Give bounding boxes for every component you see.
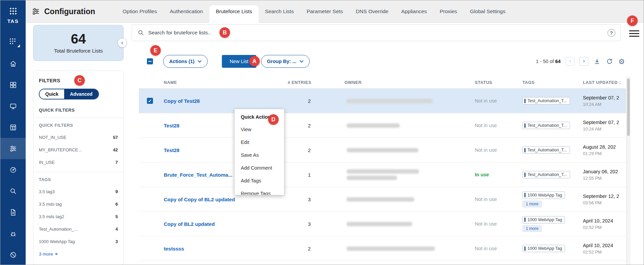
sort-desc-icon[interactable]: ↓ — [619, 80, 621, 85]
tag-pill[interactable]: Test_Automation_T... — [522, 171, 570, 178]
tag-pill[interactable]: Test_Automation_T... — [522, 146, 570, 154]
quick-filter-not-in-use[interactable]: NOT_IN_USE 57 — [39, 131, 118, 144]
download-icon[interactable] — [593, 58, 601, 65]
tab-global-settings[interactable]: Global Settings — [464, 0, 512, 23]
filters-panel: FILTERS Quick Advanced QUICK FILTERS QUI… — [33, 70, 124, 265]
quick-filters-group-label: QUICK FILTERS — [39, 123, 118, 128]
refresh-icon[interactable] — [606, 58, 613, 65]
tag-pill[interactable]: Test_Automation_T... — [522, 122, 570, 129]
sidebar-item-home[interactable] — [0, 53, 26, 74]
table-row[interactable]: Copy of Copy of BL2 updated 3 Not in use… — [139, 187, 626, 212]
sidebar-item-asset-search[interactable] — [0, 180, 26, 202]
tag-pill[interactable]: 1000 WebApp Tag — [522, 245, 565, 252]
row-checkbox[interactable]: ✓ — [147, 98, 153, 104]
list-name-link[interactable]: Copy of BL2 updated — [164, 221, 288, 227]
tab-authentication[interactable]: Authentication — [163, 0, 209, 23]
quick-filter-toggle[interactable]: Quick — [40, 89, 64, 99]
chevron-double-down-icon: » — [54, 253, 59, 255]
menu-item-add-tags[interactable]: Add Tags — [235, 174, 284, 187]
tag-filter-item[interactable]: 1000 WebApp Tag 3 — [39, 235, 118, 248]
quick-filter-in-use[interactable]: IN_USE 7 — [39, 156, 118, 169]
advanced-filter-toggle[interactable]: Advanced — [64, 89, 98, 99]
scrollbar-thumb[interactable] — [627, 79, 630, 136]
table-header-row: NAME # ENTRIES OWNER STATUS TAGS LAST UP… — [139, 77, 626, 89]
sidebar-item-documents[interactable] — [0, 202, 26, 223]
more-tags-chip[interactable]: 1 more — [522, 201, 542, 207]
sidebar-item-app-switcher[interactable] — [0, 31, 26, 53]
tag-filter-item[interactable]: Test_Automation_... 4 — [39, 223, 118, 235]
quick-filter-my-bruteforce[interactable]: MY_BRUTEFORCE... 42 — [39, 144, 118, 156]
tab-appliances[interactable]: Appliances — [395, 0, 433, 23]
sidebar-item-kb[interactable] — [0, 159, 26, 180]
column-status[interactable]: STATUS — [475, 80, 522, 85]
actions-button[interactable]: Actions (1) — [163, 55, 208, 68]
sidebar-item-modules[interactable] — [0, 74, 26, 95]
sidebar-item-malware[interactable] — [0, 223, 26, 244]
show-more-tags-link[interactable]: 3 more » — [39, 251, 118, 257]
tab-dns-override[interactable]: DNS Override — [350, 0, 395, 23]
tab-bruteforce-lists[interactable]: Bruteforce Lists — [209, 0, 259, 23]
next-page-button[interactable]: › — [579, 57, 588, 66]
tab-proxies[interactable]: Proxies — [433, 0, 464, 23]
tab-search-lists[interactable]: Search Lists — [259, 0, 300, 23]
table-row[interactable]: Brute_Force_Test_Automa... 1 In use Test… — [139, 163, 626, 187]
tab-parameter-sets[interactable]: Parameter Sets — [300, 0, 350, 23]
exclusion-icon — [9, 251, 17, 259]
tag-filter-item[interactable]: 3.5 mds tag2 5 — [39, 210, 118, 223]
table-row[interactable]: testssss 2 Not in use 1000 WebApp Tag Ap… — [139, 236, 626, 261]
tag-filter-item[interactable]: 3.5 mds tag 6 — [39, 198, 118, 210]
table-row[interactable]: Test28 2 Not in use Test_Automation_T...… — [139, 138, 626, 163]
column-owner[interactable]: OWNER — [344, 80, 475, 85]
column-entries[interactable]: # ENTRIES — [288, 80, 344, 85]
total-label: Total Bruteforce Lists — [54, 48, 103, 54]
table-scrollbar[interactable] — [626, 77, 630, 265]
collapse-panel-button[interactable]: ‹ — [118, 38, 127, 48]
menu-item-add-comment[interactable]: Add Comment — [235, 161, 284, 174]
sidebar-item-configuration[interactable] — [0, 138, 26, 159]
list-name-link[interactable]: testssss — [164, 246, 288, 252]
total-count: 64 — [71, 32, 86, 46]
tag-filter-item[interactable]: 3.5 tag3 9 — [39, 185, 118, 198]
sidebar-item-scans[interactable] — [0, 95, 26, 117]
tag-pill[interactable]: 1000 WebApp Tag — [522, 216, 565, 224]
menu-item-save-as[interactable]: Save As — [235, 149, 284, 161]
table-row[interactable]: ✓ Copy of Test28 2 Not in use Test_Autom… — [139, 89, 626, 113]
prev-page-button[interactable]: ‹ — [566, 57, 574, 66]
list-name-link[interactable]: Copy of Test28 — [164, 98, 288, 104]
sidebar-item-reports[interactable] — [0, 117, 26, 138]
gear-icon[interactable]: ⚙ — [618, 58, 625, 65]
owner-redacted — [344, 246, 475, 251]
menu-hamburger-icon[interactable] — [629, 30, 639, 37]
tab-bar: Option Profiles Authentication Bruteforc… — [116, 0, 512, 23]
tag-pill[interactable]: 1000 WebApp Tag — [522, 192, 565, 199]
group-by-button[interactable]: Group By: ... — [261, 55, 310, 68]
help-icon[interactable]: ? — [608, 29, 615, 37]
search-input[interactable] — [148, 30, 615, 36]
filter-mode-toggle: Quick Advanced — [39, 89, 99, 99]
divider — [33, 118, 123, 118]
sidebar-item-exclusions[interactable] — [0, 244, 26, 265]
table-row[interactable]: Copy of BL2 updated 3 Not in use 1000 We… — [139, 212, 626, 236]
configuration-icon — [32, 7, 40, 16]
column-name[interactable]: NAME — [164, 80, 288, 85]
column-tags[interactable]: TAGS — [522, 80, 583, 85]
expand-triangle-icon — [17, 45, 20, 47]
more-tags-chip[interactable]: 1 more — [522, 225, 542, 232]
status-badge: Not in use — [475, 123, 522, 128]
sidebar-nav: TAS — [0, 0, 26, 265]
modules-icon — [9, 81, 17, 89]
tab-option-profiles[interactable]: Option Profiles — [116, 0, 163, 23]
column-last-updated[interactable]: LAST UPDATED↓ — [583, 80, 626, 85]
tags-group-label: TAGS — [39, 177, 118, 182]
table-row[interactable]: Test28 2 Not in use Test_Automation_T...… — [139, 113, 626, 138]
menu-item-remove-tags[interactable]: Remove Tags — [235, 187, 284, 195]
status-badge: Not in use — [475, 147, 522, 153]
configuration-sliders-icon — [9, 145, 17, 152]
select-all-checkbox[interactable] — [147, 58, 153, 64]
tas-logo-icon — [9, 7, 17, 15]
menu-item-edit[interactable]: Edit — [235, 136, 284, 149]
list-name-link[interactable]: Copy of Copy of BL2 updated — [164, 197, 288, 202]
menu-item-view[interactable]: View — [235, 123, 284, 136]
tag-pill[interactable]: Test_Automation_T... — [522, 97, 570, 105]
bruteforce-lists-table: NAME # ENTRIES OWNER STATUS TAGS LAST UP… — [139, 77, 626, 261]
